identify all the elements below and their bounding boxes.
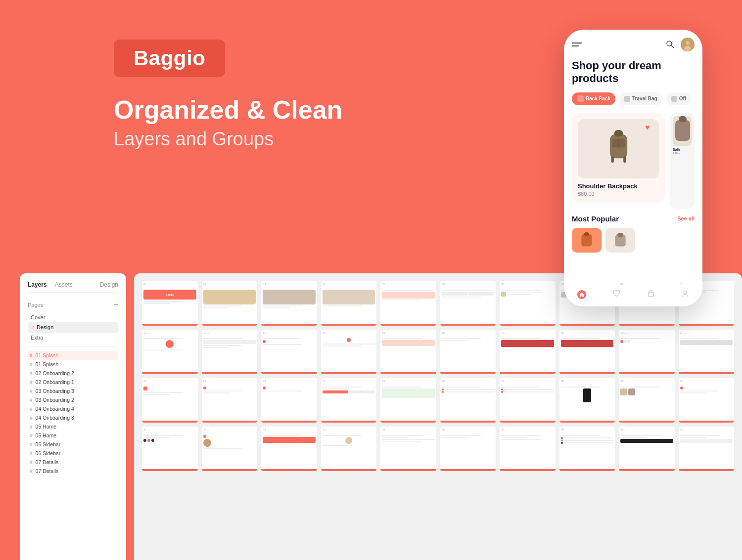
screen-thumb-20[interactable]: 20 ... bbox=[679, 330, 735, 374]
screen-thumb-26[interactable]: 26 ... bbox=[440, 378, 496, 423]
layer-04-onboarding-3[interactable]: # 04 Onboarding 3 bbox=[28, 413, 118, 422]
screen-num-16: 16 ... bbox=[442, 331, 448, 334]
screen-thumb-30[interactable]: 30 ... bbox=[679, 378, 735, 423]
product-card-main[interactable]: ♥ Shoulder Backpack $80.00 bbox=[572, 113, 665, 203]
screen-thumb-21[interactable]: 21 ... bbox=[142, 378, 198, 423]
screen-thumb-06[interactable]: 06 ... bbox=[440, 281, 496, 326]
screen-thumb-38[interactable]: 38 ... bbox=[559, 427, 615, 471]
svg-point-4 bbox=[684, 46, 691, 51]
layer-07-details-1[interactable]: # 07 Details bbox=[28, 458, 118, 467]
screen-thumb-40[interactable]: 40 ... bbox=[679, 427, 735, 471]
screen-thumb-17[interactable]: 17 ... bbox=[500, 330, 556, 374]
screen-thumb-29[interactable]: 29 ... bbox=[619, 378, 675, 423]
page-extra[interactable]: Extra bbox=[28, 333, 118, 343]
screen-row-3: 21 ... 22 ... bbox=[142, 378, 734, 423]
layer-05-home-2[interactable]: # 05 Home bbox=[28, 431, 118, 440]
add-page-button[interactable]: + bbox=[114, 301, 118, 309]
nav-person-icon[interactable] bbox=[681, 290, 689, 300]
screen-thumb-16[interactable]: 16 ... bbox=[440, 330, 496, 374]
layer-04-onboarding-4[interactable]: # 04 Onboarding 4 bbox=[28, 404, 118, 413]
cat-tab-off[interactable]: Off bbox=[666, 92, 691, 105]
screen-thumb-24[interactable]: 24 ... bbox=[321, 378, 377, 423]
layer-01-splash-1[interactable]: # 01 Splash bbox=[28, 351, 118, 360]
screen-num-11: 11 P... bbox=[143, 331, 152, 334]
cat-tab-backpack[interactable]: Back Pack bbox=[572, 92, 615, 105]
screen-thumb-02[interactable]: 02 ... bbox=[202, 281, 258, 326]
screen-body-13 bbox=[261, 337, 317, 374]
screen-thumb-31[interactable]: 31 ... bbox=[142, 427, 198, 471]
layer-01-splash-2[interactable]: # 01 Splash bbox=[28, 360, 118, 369]
screen-thumb-39[interactable]: 39 ... bbox=[619, 427, 675, 471]
screen-num-02: 02 ... bbox=[203, 283, 210, 286]
screen-thumb-19[interactable]: 19 ... bbox=[619, 330, 675, 374]
see-all-link[interactable]: See all bbox=[677, 215, 695, 221]
screen-thumb-28[interactable]: 28 ... bbox=[559, 378, 615, 423]
screen-thumb-01[interactable]: 01 ... Baggio bbox=[142, 281, 198, 326]
page-cover[interactable]: Cover bbox=[28, 312, 118, 322]
screen-num-08: 08 ... bbox=[561, 283, 567, 286]
screen-body-19 bbox=[619, 337, 675, 374]
layer-label: 07 Details bbox=[36, 459, 59, 465]
hash-icon: # bbox=[30, 353, 33, 358]
screen-thumb-33[interactable]: 33 ... bbox=[261, 427, 317, 471]
screen-thumb-07[interactable]: 07 ... bbox=[500, 281, 556, 326]
pages-header: Pages + bbox=[28, 301, 118, 309]
screen-thumb-36[interactable]: 36 ... bbox=[440, 427, 496, 471]
layer-02-onboarding-1[interactable]: # 02 Onboarding 1 bbox=[28, 378, 118, 387]
screen-thumb-11[interactable]: 11 P... bbox=[142, 330, 198, 374]
popular-item-2[interactable] bbox=[605, 228, 635, 253]
phone-top-bar bbox=[572, 38, 695, 51]
screen-thumb-03[interactable]: 03 ... bbox=[261, 281, 317, 326]
page-design[interactable]: Design bbox=[28, 322, 118, 333]
user-avatar[interactable] bbox=[681, 38, 695, 51]
screen-thumb-25[interactable]: 25 ... bbox=[380, 378, 436, 423]
layer-06-sidebar-2[interactable]: # 06 Sidebar bbox=[28, 449, 118, 458]
screen-num-23: 23 ... bbox=[263, 380, 269, 383]
layer-02-onboarding-2[interactable]: # 02 Onboarding 2 bbox=[28, 369, 118, 378]
screen-thumb-12[interactable]: 12 ... bbox=[202, 330, 258, 374]
screen-thumb-18[interactable]: 18 ... bbox=[559, 330, 615, 374]
screen-thumb-14[interactable]: 14 bbox=[321, 330, 377, 374]
screen-thumb-13[interactable]: 13 ... bbox=[261, 330, 317, 374]
layers-tab[interactable]: Layers bbox=[28, 281, 47, 288]
screen-thumb-35[interactable]: 35 ... bbox=[380, 427, 436, 471]
nav-bag-icon[interactable] bbox=[647, 290, 655, 300]
screen-num-25: 25 ... bbox=[382, 380, 388, 383]
layer-label: 06 Sidebar bbox=[36, 450, 61, 456]
menu-line-1 bbox=[572, 43, 582, 43]
layer-05-home-1[interactable]: # 05 Home bbox=[28, 422, 118, 431]
search-icon[interactable] bbox=[666, 40, 675, 49]
screen-num-10: 10 ... bbox=[680, 283, 687, 286]
hamburger-menu-icon[interactable] bbox=[572, 43, 582, 46]
screen-thumb-37[interactable]: 37 ... bbox=[500, 427, 556, 471]
screen-body-30 bbox=[679, 385, 735, 423]
shop-title: Shop your dreamproducts bbox=[572, 59, 695, 86]
nav-home-icon[interactable] bbox=[577, 290, 586, 299]
screen-thumb-05[interactable]: 05 ... bbox=[380, 281, 436, 326]
screen-thumb-15[interactable]: 15 ... bbox=[380, 330, 436, 374]
brand-badge: Baggio bbox=[114, 40, 225, 77]
screen-num-30: 30 ... bbox=[680, 380, 687, 383]
svg-point-0 bbox=[667, 41, 672, 46]
product-card-side[interactable]: Safir $45.0 bbox=[670, 113, 695, 209]
design-tab[interactable]: Design bbox=[100, 281, 118, 288]
layer-03-onboarding-3[interactable]: # 03 Onboarding 3 bbox=[28, 387, 118, 395]
screen-thumb-27[interactable]: 27 ... bbox=[500, 378, 556, 423]
popular-item-1[interactable] bbox=[572, 228, 602, 253]
nav-heart-icon[interactable] bbox=[612, 290, 620, 300]
layer-07-details-2[interactable]: # 07 Details bbox=[28, 467, 118, 475]
assets-tab[interactable]: Assets bbox=[55, 281, 73, 288]
screen-thumb-04[interactable]: 04 ... bbox=[321, 281, 377, 326]
layer-03-onboarding-2[interactable]: # 03 Onboarding 2 bbox=[28, 395, 118, 404]
layer-label: 01 Splash bbox=[36, 361, 59, 367]
layer-06-sidebar-1[interactable]: # 06 Sidebar bbox=[28, 440, 118, 449]
layers-header: Layers Assets Design bbox=[28, 281, 118, 293]
screen-thumb-32[interactable]: 32 ... bbox=[202, 427, 258, 471]
screen-thumb-22[interactable]: 22 ... bbox=[202, 378, 258, 423]
screen-num-36: 36 ... bbox=[442, 428, 448, 431]
screen-thumb-34[interactable]: 34 ... bbox=[321, 427, 377, 471]
cat-tab-travelbag[interactable]: Travel Bag bbox=[619, 92, 662, 105]
heart-icon[interactable]: ♥ bbox=[645, 123, 655, 133]
hash-icon: # bbox=[30, 442, 33, 447]
screen-thumb-23[interactable]: 23 ... bbox=[261, 378, 317, 423]
